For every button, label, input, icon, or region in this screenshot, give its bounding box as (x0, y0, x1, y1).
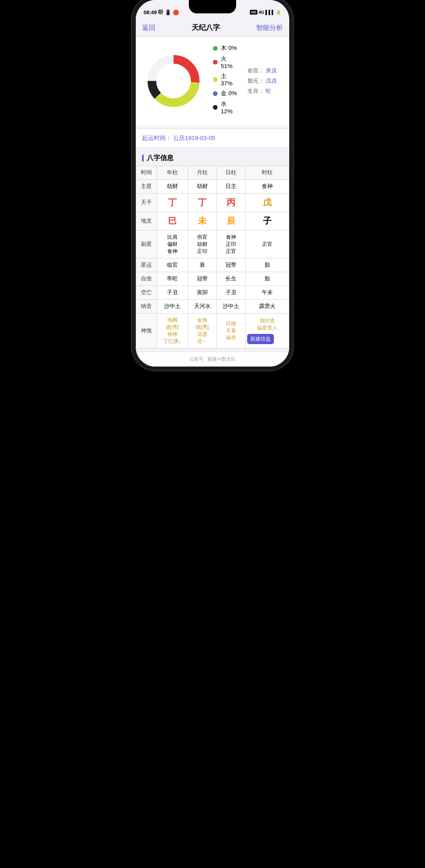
cell-zhuxing-year: 劫财 (157, 180, 188, 194)
tai-yuan-label: 胎元： (248, 77, 264, 85)
chart-section: 木 0% 火 51% 土 37% 金 0% 水 12% (136, 37, 289, 125)
header-year: 年柱 (157, 166, 188, 180)
new-paipan-button[interactable]: 新建排盘 (247, 334, 274, 344)
shensha-day-3: 病符 (218, 334, 244, 341)
watermark: 云双号 · 紫微斗数天纪 (189, 356, 236, 362)
cell-xingyun-month: 衰 (188, 258, 216, 272)
donut-chart (142, 50, 205, 112)
signal-icon: ▌▌▌ (266, 10, 275, 15)
cell-kongwang-month: 寅卯 (188, 286, 216, 300)
cell-xingyun-year: 临官 (157, 258, 188, 272)
shensha-month-4: 癸← (190, 338, 215, 345)
cell-tiangan-year: 丁 (157, 194, 188, 212)
start-time-label: 起运时间： (142, 135, 172, 141)
shensha-year-2: 德[秀] (159, 324, 186, 331)
wechat-icon: 📱 (165, 9, 171, 15)
sheng-xiao-row: 生肖： 蛇 (248, 88, 283, 95)
bazi-table: 时间 年柱 月柱 日柱 时柱 主星 劫财 劫财 日主 食神 天干 丁 (136, 166, 289, 348)
network-type: 4G (259, 10, 264, 15)
shensha-day-2: 天喜 (218, 327, 244, 334)
fire-dot (213, 60, 218, 65)
phone-frame: 08:49 听 📱 🔴 HD 4G ▌▌▌ 🔋 返回 天纪八字 智能分析 (136, 0, 289, 367)
table-row: 纳音 沙中土 天河水 沙中土 霹雳火 (136, 300, 289, 313)
element-legend: 木 0% 火 51% 土 37% 金 0% 水 12% (213, 44, 240, 118)
header-month: 月柱 (188, 166, 216, 180)
cell-dizhi-month: 未 (188, 212, 216, 230)
shensha-year-3: 禄神 (159, 331, 186, 338)
row-label-zhuxing: 主星 (136, 180, 157, 194)
battery-icon: 🔋 (276, 10, 281, 15)
row-label-xingyun: 星运 (136, 258, 157, 272)
water-dot (213, 105, 218, 110)
notch (189, 0, 236, 13)
fuxing-day-2: 正印 (218, 241, 244, 248)
cell-xingyun-hour: 胎 (246, 258, 289, 272)
app-icon: 🔴 (173, 9, 179, 15)
fuxing-month-2: 劫财 (190, 241, 215, 248)
shensha-year-4: 丁巳庚↓ (159, 338, 186, 345)
fuxing-hour-1: 正官 (247, 241, 287, 248)
cell-tiangan-hour: 戊 (246, 194, 289, 212)
smart-analysis-button[interactable]: 智能分析 (256, 23, 283, 32)
header-time: 时间 (136, 166, 157, 180)
cell-zhuxing-month: 劫财 (188, 180, 216, 194)
cell-nayin-year: 沙中土 (157, 300, 188, 313)
fuxing-day-1: 食神 (218, 234, 244, 241)
bazi-table-wrapper: 时间 年柱 月柱 日柱 时柱 主星 劫财 劫财 日主 食神 天干 丁 (136, 166, 289, 348)
legend-earth: 土 37% (213, 72, 240, 87)
shensha-month-2: 德[秀] (190, 324, 215, 331)
earth-label: 土 37% (221, 72, 240, 87)
table-row: 主星 劫财 劫财 日主 食神 (136, 180, 289, 194)
sheng-xiao-label: 生肖： (248, 88, 264, 95)
cell-zhuxing-hour: 食神 (246, 180, 289, 194)
cell-kongwang-day: 子丑 (216, 286, 245, 300)
cell-dizhi-day: 辰 (216, 212, 245, 230)
cell-tiangan-month: 丁 (188, 194, 216, 212)
wood-dot (213, 46, 218, 51)
cell-dizhi-hour: 子 (246, 212, 289, 230)
back-button[interactable]: 返回 (142, 23, 155, 32)
cell-zizuo-day: 长生 (216, 272, 245, 286)
shensha-month-3: 流霞 (190, 331, 215, 338)
row-label-tiangan: 天干 (136, 194, 157, 212)
nav-bar: 返回 天纪八字 智能分析 (136, 20, 289, 37)
carrier: 听 (158, 9, 163, 16)
section-title: 八字信息 (147, 153, 174, 162)
section-header: 八字信息 (136, 148, 289, 166)
table-row: 星运 临官 衰 冠带 胎 (136, 258, 289, 272)
cell-shensha-hour: 国印贵 福星贵人 新建排盘 (246, 313, 289, 348)
destiny-info: 命宫： 庚戌 胎元： 戊戌 生肖： 蛇 (248, 67, 283, 95)
row-label-nayin: 纳音 (136, 300, 157, 313)
fuxing-day-3: 正官 (218, 248, 244, 255)
shensha-day-1: 日德 (218, 320, 244, 327)
cell-fuxing-year: 比肩 偏财 食神 (157, 230, 188, 258)
tai-yuan-value: 戊戌 (266, 77, 277, 85)
ming-gong-label: 命宫： (248, 67, 264, 74)
cell-shensha-day: 日德 天喜 病符 (216, 313, 245, 348)
ming-gong-row: 命宫： 庚戌 (248, 67, 283, 74)
cell-nayin-day: 沙中土 (216, 300, 245, 313)
legend-fire: 火 51% (213, 55, 240, 69)
shensha-hour-1: 国印贵 (247, 317, 287, 324)
cell-fuxing-hour: 正官 (246, 230, 289, 258)
legend-metal: 金 0% (213, 90, 240, 97)
main-content: 木 0% 火 51% 土 37% 金 0% 水 12% (136, 37, 289, 367)
sheng-xiao-value: 蛇 (266, 88, 271, 95)
cell-nayin-month: 天河水 (188, 300, 216, 313)
metal-dot (213, 91, 218, 96)
cell-kongwang-year: 子丑 (157, 286, 188, 300)
row-label-fuxing: 副星 (136, 230, 157, 258)
legend-wood: 木 0% (213, 44, 240, 52)
shensha-month-1: 金舆 (190, 317, 215, 324)
header-hour: 时柱 (246, 166, 289, 180)
tai-yuan-row: 胎元： 戊戌 (248, 77, 283, 85)
cell-dizhi-year: 巳 (157, 212, 188, 230)
start-time-value: 公历1919-03-05 (173, 135, 215, 141)
header-day: 日柱 (216, 166, 245, 180)
cell-shensha-year: 地网 德[秀] 禄神 丁巳庚↓ (157, 313, 188, 348)
row-label-zizuo: 自坐 (136, 272, 157, 286)
legend-water: 水 12% (213, 100, 240, 114)
row-label-shensha: 神煞 (136, 313, 157, 348)
table-row: 地支 巳 未 辰 子 (136, 212, 289, 230)
hd-badge: HD (250, 10, 257, 15)
